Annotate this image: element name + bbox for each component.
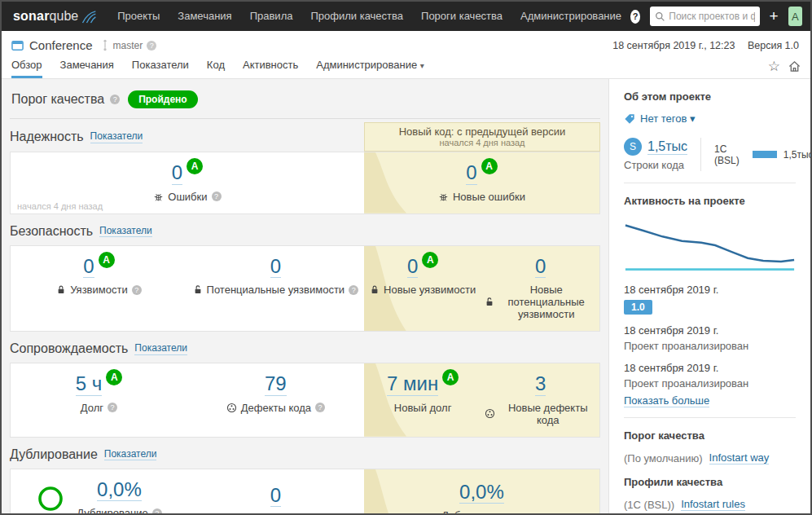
branch-help-icon[interactable]: ? <box>147 41 156 51</box>
new-bugs-label[interactable]: Новые ошибки <box>453 191 525 203</box>
new-code-smells-value[interactable]: 3 <box>535 372 546 396</box>
duplication-density-label[interactable]: Дублирование <box>77 507 148 513</box>
vulnerabilities-value[interactable]: 0 <box>83 255 94 279</box>
activity-sparkline-chart[interactable] <box>624 217 796 275</box>
quality-gate-help-icon[interactable]: ? <box>110 95 120 104</box>
tags-selector[interactable]: Нет тегов ▾ <box>624 112 796 125</box>
bugs-help-icon[interactable]: ? <box>212 191 222 201</box>
metric-new-debt: 7 мин A Новый долг <box>364 363 482 437</box>
metric-new-bugs: 0 A Новые ошибки <box>364 152 599 213</box>
code-smells-value[interactable]: 79 <box>265 372 287 396</box>
tab-activity[interactable]: Активность <box>243 54 298 78</box>
reliability-measures-link[interactable]: Показатели <box>90 130 143 143</box>
search-input[interactable] <box>669 11 754 22</box>
nav-item-quality-gates[interactable]: Пороги качества <box>412 2 511 31</box>
duplication-density-value[interactable]: 0,0% <box>97 478 142 502</box>
project-icon <box>11 39 24 51</box>
open-lock-icon <box>485 297 494 307</box>
quality-profiles-section-title: Профили качества <box>624 476 796 488</box>
project-name[interactable]: Conference <box>29 38 93 52</box>
project-meta-sidebar: Об этом проекте Нет тегов ▾ S 1,5тыс Стр… <box>608 79 810 513</box>
code-smells-help-icon[interactable]: ? <box>315 403 325 412</box>
top-navbar: sonarqube Проекты Замечания Правила Проф… <box>2 2 810 31</box>
reliability-title: Надежность <box>10 130 84 144</box>
language-name: 1C (BSL) <box>714 143 746 166</box>
new-debt-label[interactable]: Новый долг <box>394 402 452 414</box>
duplications-title: Дублирование <box>10 447 98 462</box>
new-duplication-density-value[interactable]: 0,0% <box>459 481 504 504</box>
event-text: Проект проанализирован <box>624 377 796 390</box>
duplicated-blocks-label[interactable]: Дублирующиеся участки <box>208 513 329 513</box>
tab-measures[interactable]: Показатели <box>132 54 189 78</box>
metric-new-code-smells: 3 Новые дефекты кода <box>481 363 599 437</box>
divider <box>624 183 796 183</box>
app-window: sonarqube Проекты Замечания Правила Проф… <box>0 0 812 515</box>
new-bugs-value[interactable]: 0 <box>466 161 476 185</box>
debt-help-icon[interactable]: ? <box>108 403 117 412</box>
nav-item-rules[interactable]: Правила <box>241 2 302 31</box>
new-code-smells-label[interactable]: Новые дефекты кода <box>499 402 596 426</box>
metric-potential-vulnerabilities: 0 Потенциальные уязвимости ? <box>187 246 364 332</box>
user-avatar[interactable]: A <box>788 7 802 26</box>
security-measures-link[interactable]: Показатели <box>99 225 152 237</box>
help-icon[interactable]: ? <box>630 10 640 24</box>
activity-event: 18 сентября 2019 г. Проект проанализиров… <box>624 362 796 390</box>
bug-icon <box>153 191 164 202</box>
event-date: 18 сентября 2019 г. <box>624 362 796 374</box>
quality-profile-scope: (1C (BSL)) <box>624 499 674 511</box>
vulnerabilities-label[interactable]: Уязвимости <box>70 284 127 296</box>
maintainability-measures-link[interactable]: Показатели <box>134 342 187 354</box>
quality-gate-label: Порог качества <box>11 92 104 107</box>
potential-vulnerabilities-help-icon[interactable]: ? <box>349 285 358 295</box>
nav-item-administration[interactable]: Администрирование <box>511 2 630 31</box>
logo-swoosh-icon <box>81 9 97 24</box>
new-code-period-subtitle: начался 4 дня назад <box>370 138 595 147</box>
quality-profile-link[interactable]: Infostart rules <box>681 498 745 511</box>
new-potential-vulnerabilities-value[interactable]: 0 <box>535 255 546 279</box>
duplication-ring-icon <box>36 484 65 513</box>
nav-item-projects[interactable]: Проекты <box>108 2 169 31</box>
nav-item-issues[interactable]: Замечания <box>169 2 240 31</box>
tab-administration[interactable]: Администрирование ▾ <box>316 54 424 78</box>
tab-code[interactable]: Код <box>207 54 225 78</box>
new-debt-value[interactable]: 7 мин <box>387 372 438 396</box>
branch-name[interactable]: master <box>113 40 143 51</box>
duplicated-blocks-value[interactable]: 0 <box>270 484 281 508</box>
duplication-density-help-icon[interactable]: ? <box>152 508 162 513</box>
debt-label[interactable]: Долг <box>81 402 103 414</box>
lines-of-code-value[interactable]: 1,5тыс <box>647 139 687 155</box>
new-code-period-header: Новый код: с предыдущей версии начался 4… <box>364 122 600 152</box>
potential-vulnerabilities-value[interactable]: 0 <box>270 255 281 279</box>
global-search[interactable] <box>650 7 759 26</box>
home-icon[interactable] <box>788 60 801 73</box>
add-button[interactable]: + <box>760 7 788 25</box>
potential-vulnerabilities-label[interactable]: Потенциальные уязвимости <box>207 284 345 296</box>
tab-overview[interactable]: Обзор <box>11 54 42 78</box>
logo-text-light: qube <box>50 9 79 24</box>
bugs-label[interactable]: Ошибки <box>168 191 207 203</box>
bugs-value[interactable]: 0 <box>172 161 182 185</box>
favorite-star-icon[interactable]: ☆ <box>768 59 780 73</box>
metric-new-duplication-density: 0,0% Дублирование в 77 Новые строки <box>364 469 599 513</box>
debt-value[interactable]: 5 ч <box>76 372 103 396</box>
nav-item-quality-profiles[interactable]: Профили качества <box>301 2 412 31</box>
lock-icon <box>370 284 380 295</box>
tab-issues[interactable]: Замечания <box>60 54 114 78</box>
new-vulnerabilities-value[interactable]: 0 <box>407 255 418 279</box>
code-smells-label[interactable]: Дефекты кода <box>241 402 311 414</box>
metric-duplicated-blocks: 0 Дублирующиеся участки ? <box>187 469 364 513</box>
language-bar <box>753 151 777 158</box>
new-vulnerabilities-label[interactable]: Новые уязвимости <box>384 284 476 296</box>
quality-gate-scope: (По умолчанию) <box>624 452 703 464</box>
new-potential-vulnerabilities-label[interactable]: Новые потенциальные уязвимости <box>496 284 596 320</box>
project-header: Conference master ? 18 сентября 2019 г.,… <box>2 31 810 79</box>
project-size-row: S 1,5тыс Строки кода 1C (BSL) 1,5тыс <box>624 138 796 171</box>
show-more-link[interactable]: Показать больше <box>624 394 709 407</box>
vulnerabilities-help-icon[interactable]: ? <box>132 285 142 295</box>
new-code-period-title: Новый код: с предыдущей версии <box>370 125 595 138</box>
duplications-measures-link[interactable]: Показатели <box>104 448 157 460</box>
sonarqube-logo[interactable]: sonarqube <box>13 9 97 24</box>
chevron-down-icon: ▾ <box>420 61 424 70</box>
about-project-title: Об этом проекте <box>624 90 796 103</box>
quality-gate-link[interactable]: Infostart way <box>709 451 770 464</box>
